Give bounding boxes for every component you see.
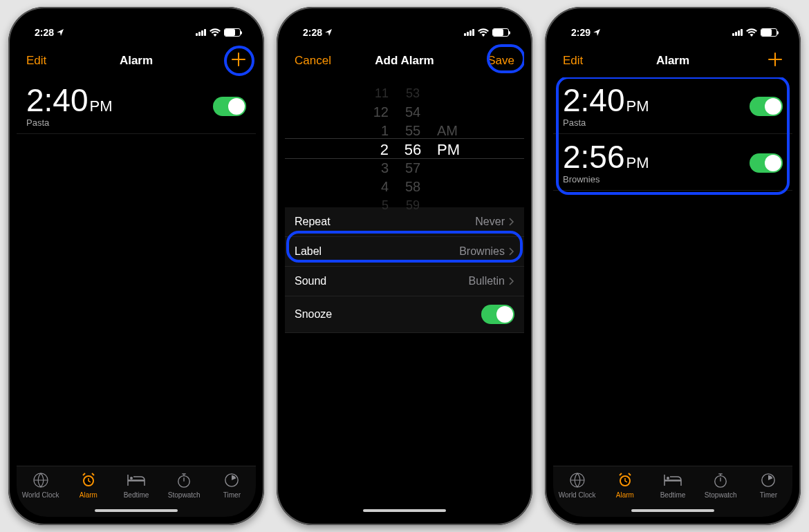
nav-title: Alarm [65,54,207,68]
tab-label: Bedtime [660,491,686,499]
timer-icon [223,472,241,488]
tab-label: Stopwatch [168,491,201,499]
phone-frame-2: 2:28 Cancel Add Alarm Save 11 12 1 2 3 4… [277,7,532,525]
wifi-icon [210,28,221,37]
stopwatch-icon [712,472,729,488]
stopwatch-icon [175,472,193,488]
label-row[interactable]: Label Brownies [285,237,524,267]
alarm-label: Pasta [563,117,649,128]
tab-label: Timer [760,491,777,499]
wifi-icon [478,28,489,37]
tab-label: Timer [223,491,241,499]
battery-icon [492,28,509,37]
alarm-row[interactable]: 2:40 PM Pasta [553,77,792,134]
battery-icon [224,28,241,37]
setting-label: Sound [295,275,326,287]
home-indicator[interactable] [95,509,178,512]
alarm-ampm: PM [626,155,649,171]
picker-ampm[interactable]: AM PM [437,84,475,159]
location-icon [593,29,600,36]
tab-world-clock[interactable]: World Clock [553,466,601,517]
status-time: 2:28 [35,27,54,38]
home-indicator[interactable] [363,509,446,512]
location-icon [325,29,332,36]
wifi-icon [746,28,757,37]
tab-label: Alarm [616,491,634,499]
nav-title: Add Alarm [333,54,476,68]
screen-2: 2:28 Cancel Add Alarm Save 11 12 1 2 3 4… [285,15,524,517]
tab-label: Bedtime [124,491,149,499]
setting-label: Snooze [295,308,332,321]
picker-hours[interactable]: 11 12 1 2 3 4 5 [354,84,389,215]
alarm-row[interactable]: 2:40 PM Pasta [17,77,256,134]
chevron-right-icon [509,218,514,226]
setting-label: Repeat [295,216,331,228]
cancel-button[interactable]: Cancel [295,54,333,68]
tab-label: World Clock [22,491,59,499]
alarm-label: Pasta [26,117,113,128]
svg-point-9 [667,477,669,479]
alarm-time: 2:40 [563,84,625,116]
screen-3: 2:29 Edit Alarm 2:40 PM Pasta [553,15,792,517]
alarm-time: 2:56 [563,141,625,173]
setting-value: Never [475,216,505,228]
nav-bar: Cancel Add Alarm Save [285,46,524,76]
battery-icon [761,28,777,37]
alarm-time: 2:40 [26,84,89,116]
time-picker[interactable]: 11 12 1 2 3 4 5 53 54 55 56 57 58 59 AM … [285,84,524,202]
add-alarm-button[interactable] [207,52,246,70]
alarm-toggle[interactable] [750,97,783,116]
status-time: 2:28 [303,27,322,38]
screen-1: 2:28 Edit Alarm 2:40 PM Pasta [17,15,256,517]
add-alarm-content: 11 12 1 2 3 4 5 53 54 55 56 57 58 59 AM … [285,77,524,466]
alarm-toggle[interactable] [213,97,246,116]
picker-minutes[interactable]: 53 54 55 56 57 58 59 [396,84,430,215]
chevron-right-icon [509,247,514,256]
alarm-label: Brownies [563,174,649,184]
cellular-icon [196,29,206,36]
alarm-list: 2:40 PM Pasta 2:56 PM Brownies [553,77,792,466]
cellular-icon [732,29,743,36]
tab-timer[interactable]: Timer [745,466,792,517]
tab-label: Alarm [80,491,97,499]
cellular-icon [464,29,474,36]
home-indicator[interactable] [631,509,714,512]
chevron-right-icon [509,277,514,285]
nav-bar: Edit Alarm [553,46,792,76]
phone-frame-3: 2:29 Edit Alarm 2:40 PM Pasta [545,7,801,525]
alarm-clock-icon [616,472,634,488]
snooze-toggle[interactable] [481,305,514,324]
plus-icon [768,52,783,67]
nav-bar: Edit Alarm [17,46,256,76]
phone-frame-1: 2:28 Edit Alarm 2:40 PM Pasta [8,7,264,525]
nav-title: Alarm [602,54,744,68]
edit-button[interactable]: Edit [563,54,602,68]
globe-icon [568,472,586,488]
notch [77,15,195,35]
sound-row[interactable]: Sound Bulletin [285,267,524,296]
globe-icon [32,472,50,488]
notch [614,15,732,35]
bed-icon [664,472,682,488]
bed-icon [127,472,145,488]
notch [346,15,463,35]
timer-icon [759,472,777,488]
tab-world-clock[interactable]: World Clock [17,466,64,517]
setting-value: Brownies [459,245,505,258]
alarm-ampm: PM [90,99,113,114]
setting-value: Bulletin [469,275,505,287]
save-button[interactable]: Save [476,54,514,68]
add-alarm-button[interactable] [744,52,783,70]
setting-label: Label [295,245,322,258]
alarm-row[interactable]: 2:56 PM Brownies [553,134,792,191]
alarm-toggle[interactable] [750,153,783,173]
tab-timer[interactable]: Timer [208,466,256,517]
alarm-settings: Repeat Never Label Brownies Sound Bullet… [285,207,524,333]
snooze-row: Snooze [285,296,524,333]
edit-button[interactable]: Edit [26,54,65,68]
alarm-ampm: PM [626,99,649,114]
svg-point-3 [130,477,133,479]
status-time: 2:29 [571,27,591,38]
location-icon [57,29,64,36]
alarm-list: 2:40 PM Pasta [17,77,256,466]
